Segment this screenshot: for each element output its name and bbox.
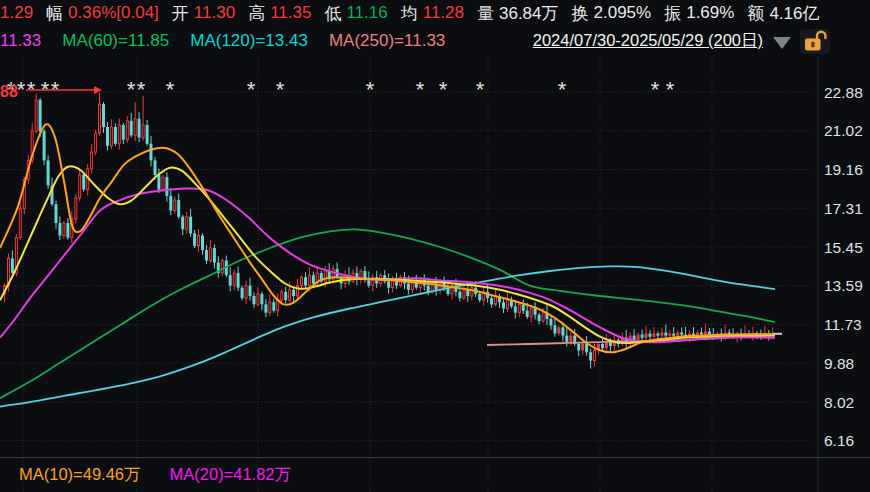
field-label-amplitude: 振 [664,2,681,25]
candle [11,259,14,274]
field-value-amount: 4.16亿 [769,2,819,25]
candle [264,304,267,312]
unlock-icon [802,29,828,53]
candle [249,286,252,296]
candle [585,344,588,352]
quote-header: 1.29 幅 0.36%[0.04] 开 11.30 高 11.35 低 11.… [0,0,870,26]
field-label-open: 开 [172,2,189,25]
event-star-icon: * [17,77,26,102]
ma30-legend: 11.33 [0,31,41,51]
candle [189,217,192,234]
candle [565,336,568,342]
ma20-line [0,166,775,343]
candle [95,133,97,152]
candle [458,292,461,298]
candle [201,236,204,251]
y-axis-label: 6.16 [824,432,854,449]
svg-text:88: 88 [0,83,18,100]
y-axis-label: 13.59 [824,277,863,294]
ma30-line [0,189,775,343]
candle [165,177,168,196]
candle [75,198,77,219]
candle [213,248,216,263]
candle [645,334,648,338]
candle [134,119,136,136]
candle [649,334,652,337]
candle [253,296,256,304]
candle [680,333,683,335]
event-star-icon: * [137,77,146,102]
candle [174,200,176,210]
event-star-icon: * [276,77,285,102]
candle [241,288,244,298]
field-label-low: 低 [324,2,341,25]
candle [138,119,141,138]
candle [43,131,46,160]
date-range-button[interactable]: 2024/07/30-2025/05/29 (200日) [533,30,763,52]
candle [63,223,65,236]
candle [471,288,473,296]
price-chart[interactable]: 22.8821.0219.1617.3115.4513.5911.739.888… [0,0,870,492]
y-axis-labels: 22.8821.0219.1617.3115.4513.5911.739.888… [824,84,863,450]
event-star-icon: * [366,77,375,102]
field-label-high: 高 [248,2,265,25]
candle [301,277,303,285]
candle [522,304,525,310]
candle [660,333,663,336]
candle [530,309,532,317]
candle [233,273,235,286]
candle [308,275,310,285]
candles-layer [4,93,775,369]
candle [297,286,299,296]
candle [58,223,61,236]
event-star-icon: * [651,77,660,102]
candle [55,204,58,223]
candle [637,335,640,340]
ma250-legend: MA(250)=11.33 [329,31,445,51]
candle [221,261,223,274]
candle [162,177,164,190]
event-star-icon: * [439,77,448,102]
candle [542,313,544,321]
candle [82,175,85,190]
candle [704,332,707,335]
candle [633,336,636,340]
candle [289,290,291,300]
candle [708,332,711,335]
field-label-amount: 额 [747,2,764,25]
candle [229,275,232,285]
candle [490,298,493,304]
unlock-button[interactable] [800,29,830,54]
candle [154,160,157,175]
candle [557,327,560,333]
candle [193,233,196,246]
candle [514,306,517,312]
field-value-amplitude: 1.69% [686,3,734,23]
candle [581,344,584,350]
candle [601,344,604,348]
candle [427,286,430,292]
chevron-down-icon[interactable] [773,37,791,49]
field-value-high: 11.35 [270,3,311,23]
event-star-icon: * [476,77,485,102]
candle [324,271,326,281]
candle [652,334,655,337]
volume-ma-legend-row: MA(10)=49.46万 MA(20)=41.82万 [0,460,870,490]
candle [47,160,50,185]
candle [589,352,592,360]
candle [478,294,481,300]
candle [561,327,564,335]
field-value-avg: 11.28 [423,3,464,23]
event-star-icon: * [666,77,675,102]
candle [198,236,200,246]
candle [538,315,541,321]
y-axis-label: 11.73 [824,316,862,333]
candle [272,302,275,310]
candle [114,127,117,144]
event-star-icon: * [166,77,175,102]
grid-lines [0,56,818,492]
candle [502,302,505,308]
candle [641,335,644,338]
field-label-turnover: 换 [572,2,589,25]
ma60-legend: MA(60)=11.85 [62,31,169,51]
